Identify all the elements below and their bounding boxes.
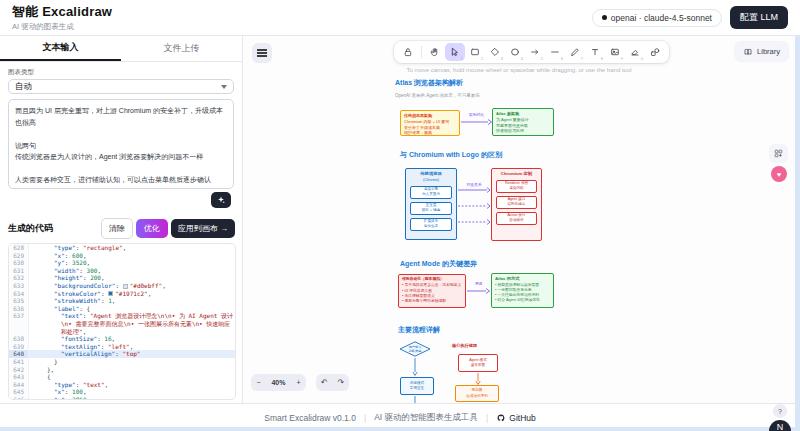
model-badge[interactable]: openai · claude-4.5-sonnet xyxy=(592,9,722,27)
menu-button[interactable] xyxy=(252,43,272,63)
code-line: 632"height": 200, xyxy=(9,274,235,282)
zoom-in-button[interactable]: + xyxy=(296,379,300,386)
app-brand: 智能 Excalidraw AI 驱动的图表生成 xyxy=(12,3,112,32)
rectangle-icon xyxy=(469,46,481,58)
help-button[interactable]: ? xyxy=(773,404,787,418)
app-subtitle: AI 驱动的图表生成 xyxy=(12,22,112,32)
diagram-section2-title: 与 Chromium with Logo 的区别 xyxy=(400,150,502,160)
tool-ellipse[interactable]: 4 xyxy=(505,43,525,61)
code-editor[interactable]: 628"type": "rectangle",629"x": 600,630"y… xyxy=(8,243,236,400)
generate-button[interactable] xyxy=(211,192,231,208)
tool-more-tools[interactable] xyxy=(645,43,665,61)
mapping-connectors xyxy=(457,168,491,241)
grid-add-icon xyxy=(773,148,784,159)
diagram-node[interactable]: Renderer 保留渲染内核 xyxy=(496,180,537,193)
vertical-scrollbar[interactable] xyxy=(795,36,800,431)
generated-code-label: 生成的代码 xyxy=(8,222,98,235)
toolbar-divider xyxy=(421,46,422,58)
arrow-label: 架构对比 xyxy=(461,112,492,117)
grid-add-button[interactable] xyxy=(770,145,787,162)
diagram-section1-title: Atlas 浏览器架构解析 xyxy=(395,78,463,88)
configure-llm-button[interactable]: 配置 LLM xyxy=(730,6,788,29)
code-line: 634"strokeColor": "#1971c2", xyxy=(9,290,235,298)
tool-eraser[interactable]: 0 xyxy=(625,43,645,61)
zoom-controls: − 40% + xyxy=(251,374,306,391)
undo-button[interactable]: ↶ xyxy=(321,378,328,387)
arrow-connector xyxy=(461,118,492,126)
footer-tagline: AI 驱动的智能图表生成工具 xyxy=(374,412,478,424)
code-line: 641} xyxy=(9,358,235,366)
chart-type-select[interactable]: 自动 xyxy=(8,79,234,94)
tool-hand[interactable] xyxy=(425,43,445,61)
diagram-node[interactable]: 交互层鼠标 + 键盘 xyxy=(410,202,452,215)
apply-to-canvas-button[interactable]: 应用到画布 → xyxy=(171,219,235,238)
diagram-pink-box[interactable]: 传统自动化（脚本模拟） • 基于选择器逐步点击，流程预定义• UI 变化容易失败… xyxy=(398,274,466,308)
code-line: 640"verticalAlign": "top" xyxy=(9,350,235,358)
chart-type-value: 自动 xyxy=(15,81,32,93)
tool-arrow[interactable]: 5 xyxy=(525,43,545,61)
tab-text-input[interactable]: 文本输入 xyxy=(0,36,121,61)
agent-mode-node[interactable]: Agent 模式接管页面 xyxy=(458,354,498,372)
app-header: 智能 Excalidraw AI 驱动的图表生成 openai · claude… xyxy=(0,0,800,36)
code-line: 638"fontSize": 16, xyxy=(9,335,235,343)
hamburger-icon xyxy=(257,48,267,59)
diagram-green-box[interactable]: Atlas 新架构 为 Agent 重新设计完整界面信息获取快速响应与处理 xyxy=(492,108,554,136)
library-button[interactable]: Library xyxy=(735,42,788,61)
horizontal-scrollbar[interactable] xyxy=(0,427,800,431)
text-icon xyxy=(589,46,601,58)
diagram-green-box2[interactable]: Atlas 的方式 • 模型直接理解渲染后页面• 一张图获取所有元素• 一次性输… xyxy=(491,273,554,308)
heart-icon: ♥ xyxy=(777,171,781,178)
browse-mode-node[interactable]: 浏览模式常规交互 xyxy=(400,377,434,395)
lock-icon xyxy=(402,46,414,58)
tool-rectangle[interactable]: 2 xyxy=(465,43,485,61)
tool-selection[interactable]: 1 xyxy=(445,43,465,61)
github-link[interactable]: GitHub xyxy=(496,413,535,423)
diagram-yellow-box[interactable]: 传统浏览器架构 Chromium 内核 + UI 重写安全补丁升级成本高维护难度… xyxy=(400,110,460,136)
tool-diamond[interactable]: 3 xyxy=(485,43,505,61)
redo-button[interactable]: ↷ xyxy=(337,378,344,387)
footer-version: Smart Excalidraw v0.1.0 xyxy=(264,413,356,423)
code-line: 639"textAlign": "left", xyxy=(9,343,235,351)
diagram-node[interactable]: Action 执行自动操作 xyxy=(496,212,537,225)
selection-icon xyxy=(449,46,461,58)
diagram-blue-container[interactable]: 传统浏览器(Chrome) 渲染引擎为人类显示交互层鼠标 + 键盘扩展体系插件生… xyxy=(405,168,457,240)
prompt-textarea[interactable]: 而且因为 UI 层完全重写，对上游 Chromium 的安全补丁，升级成本也很高… xyxy=(8,99,234,189)
excalidraw-canvas[interactable]: 1234567890 Library To move canvas, hold … xyxy=(243,36,795,403)
s2-left-boxes: 渲染引擎为人类显示交互层鼠标 + 键盘扩展体系插件生态 xyxy=(406,186,456,231)
code-line: 628"type": "rectangle", xyxy=(9,244,235,252)
hand-icon xyxy=(429,46,441,58)
diamond-text: 用户输入判断类型 xyxy=(399,341,431,357)
diagram-section4-title: 主要流程详解 xyxy=(398,325,440,335)
diagram-node[interactable]: 扩展体系插件生态 xyxy=(410,218,452,231)
tool-text[interactable]: 8 xyxy=(585,43,605,61)
code-line: 645"x": 100, xyxy=(9,388,235,396)
clear-button[interactable]: 清除 xyxy=(101,218,133,239)
diagram-section1-subtitle: OpenAI 发布的 Agent 浏览器，不只是套壳 xyxy=(395,93,480,98)
diamond-icon xyxy=(489,46,501,58)
line-icon xyxy=(549,46,561,58)
evolve-connector xyxy=(467,287,490,295)
chart-type-label: 图表类型 xyxy=(8,68,234,77)
diagram-red-container[interactable]: Chromium 定制 Renderer 保留渲染内核Agent 接口结构化输出… xyxy=(491,168,542,241)
tool-image[interactable]: 9 xyxy=(605,43,625,61)
book-icon xyxy=(743,47,753,57)
code-line: 630"y": 3520, xyxy=(9,259,235,267)
optimize-button[interactable]: 优化 xyxy=(136,219,168,238)
flow-column-label: 核心执行链路 xyxy=(452,343,477,348)
planner-node[interactable]: 规划器生成动作序列 xyxy=(455,385,499,402)
tool-lock[interactable] xyxy=(398,43,418,61)
s2-right-boxes: Renderer 保留渲染内核Agent 接口结构化输出Action 执行自动操… xyxy=(492,180,541,225)
status-dot-icon xyxy=(602,15,607,20)
ellipse-icon xyxy=(509,46,521,58)
tab-file-upload[interactable]: 文件上传 xyxy=(121,36,242,61)
diagram-section3-title: Agent Mode 的关键差异 xyxy=(400,259,477,269)
flow-arrow-1 xyxy=(412,358,418,376)
feedback-button[interactable]: ♥ xyxy=(771,166,787,182)
footer-separator: | xyxy=(486,413,488,423)
zoom-out-button[interactable]: − xyxy=(256,379,260,386)
diagram-node[interactable]: 渲染引擎为人类显示 xyxy=(410,186,452,199)
diagram-node[interactable]: Agent 接口结构化输出 xyxy=(496,196,537,209)
tool-line[interactable]: 6 xyxy=(545,43,565,61)
tool-draw[interactable]: 7 xyxy=(565,43,585,61)
zoom-level[interactable]: 40% xyxy=(271,379,285,386)
